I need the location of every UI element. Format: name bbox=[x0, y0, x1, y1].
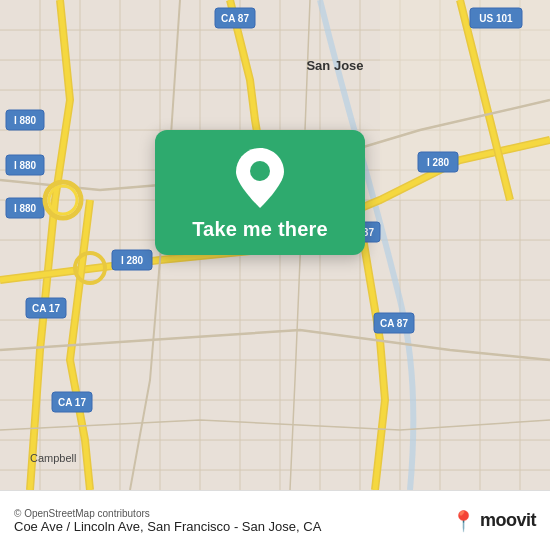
svg-text:San Jose: San Jose bbox=[306, 58, 363, 73]
location-name: Coe Ave / Lincoln Ave, San Francisco - S… bbox=[14, 519, 441, 534]
svg-text:Campbell: Campbell bbox=[30, 452, 76, 464]
svg-text:I 880: I 880 bbox=[14, 160, 37, 171]
svg-text:CA 87: CA 87 bbox=[221, 13, 249, 24]
svg-text:CA 17: CA 17 bbox=[32, 303, 60, 314]
moovit-pin-icon: 📍 bbox=[451, 509, 476, 533]
svg-text:CA 87: CA 87 bbox=[380, 318, 408, 329]
svg-text:I 280: I 280 bbox=[427, 157, 450, 168]
svg-text:I 880: I 880 bbox=[14, 115, 37, 126]
svg-text:US 101: US 101 bbox=[479, 13, 513, 24]
svg-text:CA 17: CA 17 bbox=[58, 397, 86, 408]
location-pin-icon bbox=[236, 148, 284, 208]
svg-text:I 280: I 280 bbox=[121, 255, 144, 266]
moovit-brand-text: moovit bbox=[480, 510, 536, 531]
cta-button-label: Take me there bbox=[192, 218, 328, 241]
bottom-bar: © OpenStreetMap contributors Coe Ave / L… bbox=[0, 490, 550, 550]
svg-text:I 880: I 880 bbox=[14, 203, 37, 214]
svg-point-55 bbox=[250, 161, 270, 181]
map-container: US 101 CA 87 I 880 I 880 I 880 I 280 I 2… bbox=[0, 0, 550, 490]
moovit-logo: 📍 moovit bbox=[451, 509, 536, 533]
copyright-text: © OpenStreetMap contributors bbox=[14, 508, 441, 519]
cta-card[interactable]: Take me there bbox=[155, 130, 365, 255]
